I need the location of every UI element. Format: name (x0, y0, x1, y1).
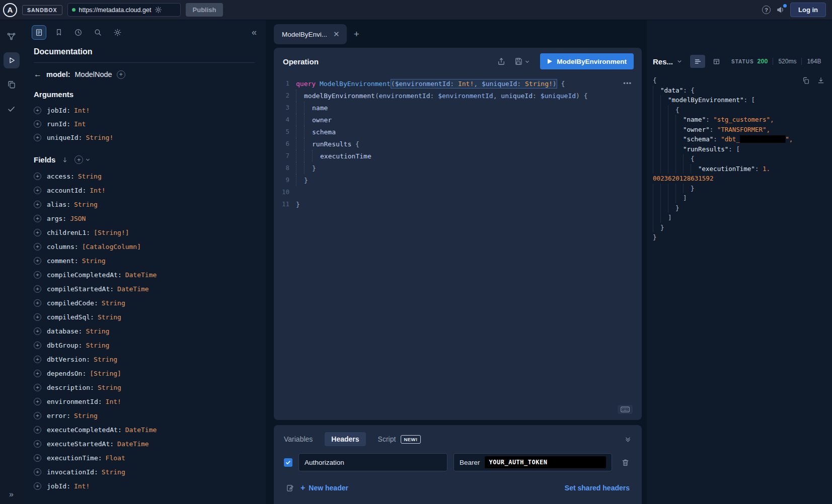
collapse-request-panel-icon[interactable] (624, 436, 632, 443)
new-header-button[interactable]: + New header (300, 483, 348, 492)
add-to-query-icon[interactable]: + (34, 299, 41, 307)
doc-field-row[interactable]: +access:String (34, 169, 255, 183)
add-to-query-icon[interactable]: + (34, 468, 41, 476)
endpoint-settings-gear-icon[interactable] (155, 6, 162, 14)
field-type[interactable]: String (82, 257, 106, 265)
doc-field-row[interactable]: +executeCompletedAt:DateTime (34, 423, 255, 437)
bulk-edit-icon[interactable] (286, 484, 294, 492)
login-button[interactable]: Log in (790, 3, 826, 17)
collapse-doc-panel-icon[interactable]: « (252, 27, 257, 38)
doc-field-row[interactable]: +compiledSql:String (34, 310, 255, 324)
add-to-query-icon[interactable]: + (34, 313, 41, 321)
operation-tab[interactable]: ModelByEnvi... ✕ (274, 24, 347, 44)
back-arrow-icon[interactable]: ← (34, 70, 42, 79)
tab-script[interactable]: Script (378, 435, 396, 443)
field-type[interactable]: Float (106, 454, 125, 462)
nav-collections-icon[interactable] (4, 76, 20, 93)
documentation-tab-button[interactable] (32, 25, 46, 40)
search-button[interactable] (91, 25, 105, 40)
doc-field-row[interactable]: +childrenL1:[String!] (34, 225, 255, 239)
field-type[interactable]: DateTime (117, 440, 149, 448)
add-to-query-icon[interactable]: + (34, 201, 41, 208)
add-to-query-icon[interactable]: + (34, 215, 41, 222)
tab-variables[interactable]: Variables (284, 435, 313, 443)
add-to-query-icon[interactable]: + (34, 285, 41, 293)
doc-field-row[interactable]: +dbtGroup:String (34, 338, 255, 352)
publish-button[interactable]: Publish (186, 3, 223, 17)
query-editor[interactable]: 1query ModelByEnvironment($environmentId… (274, 73, 642, 420)
doc-argument-row[interactable]: +jobId:Int! (34, 104, 255, 117)
add-to-query-icon[interactable]: + (34, 426, 41, 434)
doc-field-row[interactable]: +description:String (34, 380, 255, 394)
doc-field-row[interactable]: +dbtVersion:String (34, 352, 255, 366)
help-icon[interactable]: ? (762, 6, 771, 14)
nav-schema-icon[interactable] (4, 28, 20, 44)
announcements-megaphone-icon[interactable] (776, 5, 785, 15)
add-to-query-icon[interactable]: + (34, 229, 41, 236)
field-type[interactable]: String (78, 173, 102, 180)
history-button[interactable] (71, 25, 86, 40)
response-chevron-down-icon[interactable] (676, 58, 683, 64)
field-type[interactable]: Int! (74, 482, 90, 490)
delete-header-icon[interactable] (621, 458, 630, 467)
field-type[interactable]: Int (74, 120, 86, 128)
saved-collections-button[interactable] (51, 25, 66, 40)
field-type[interactable]: Int! (106, 398, 121, 405)
add-to-query-icon[interactable]: + (34, 134, 41, 141)
expand-rail-icon[interactable]: » (0, 490, 23, 499)
endpoint-url-input[interactable]: https://metadata.cloud.get (67, 3, 181, 17)
field-type[interactable]: String (98, 384, 121, 391)
add-to-query-icon[interactable]: + (34, 356, 41, 363)
field-type[interactable]: Int! (90, 187, 105, 194)
download-response-icon[interactable] (817, 76, 825, 85)
add-fields-plus-icon[interactable]: + (74, 155, 83, 164)
add-to-query-icon[interactable]: + (34, 440, 41, 448)
add-to-query-icon[interactable]: + (34, 173, 41, 180)
run-operation-button[interactable]: ModelByEnvironment (540, 53, 634, 69)
add-to-query-icon[interactable]: + (34, 107, 41, 114)
add-to-query-icon[interactable]: + (34, 482, 41, 490)
field-type[interactable]: String (86, 342, 109, 349)
field-type[interactable]: Int! (74, 107, 90, 114)
response-title-dropdown[interactable]: Res... (653, 57, 673, 66)
field-type[interactable]: JSON (70, 215, 86, 222)
add-to-query-icon[interactable]: + (34, 342, 41, 349)
field-type[interactable]: [String!] (94, 229, 129, 236)
field-type[interactable]: [String] (90, 370, 121, 377)
apollo-logo[interactable]: A (3, 3, 17, 17)
doc-field-row[interactable]: +comment:String (34, 254, 255, 268)
field-type[interactable]: DateTime (117, 285, 149, 293)
doc-argument-row[interactable]: +runId:Int (34, 117, 255, 131)
doc-field-row[interactable]: +jobId:Int! (34, 479, 255, 493)
sort-fields-icon[interactable] (61, 156, 68, 163)
add-to-query-icon[interactable]: + (34, 187, 41, 194)
doc-field-row[interactable]: +accountId:Int! (34, 183, 255, 197)
doc-field-row[interactable]: +invocationId:String (34, 465, 255, 479)
header-value-input[interactable]: Bearer YOUR_AUTH_TOKEN (453, 453, 612, 471)
close-tab-icon[interactable]: ✕ (333, 30, 340, 39)
doc-field-row[interactable]: +args:JSON (34, 211, 255, 225)
doc-field-row[interactable]: +executeStartedAt:DateTime (34, 437, 255, 451)
doc-field-row[interactable]: +dependsOn:[String] (34, 366, 255, 380)
tab-headers[interactable]: Headers (325, 432, 365, 446)
set-shared-headers-button[interactable]: Set shared headers (565, 484, 630, 492)
add-to-query-icon[interactable]: + (34, 370, 41, 377)
add-to-query-icon[interactable]: + (34, 398, 41, 405)
doc-field-row[interactable]: +columns:[CatalogColumn] (34, 239, 255, 254)
field-type[interactable]: String (86, 327, 109, 335)
add-to-query-icon[interactable]: + (34, 243, 41, 250)
nav-checks-icon[interactable] (4, 101, 20, 117)
field-type[interactable]: DateTime (125, 426, 157, 434)
fields-chevron-down-icon[interactable] (85, 157, 91, 162)
doc-field-row[interactable]: +compileCompletedAt:DateTime (34, 268, 255, 282)
line-overflow-menu-icon[interactable]: ••• (623, 79, 632, 87)
doc-field-row[interactable]: +environmentId:Int! (34, 394, 255, 408)
doc-field-row[interactable]: +executionTime:Float (34, 451, 255, 465)
field-type[interactable]: String! (86, 134, 113, 141)
formatted-view-button[interactable] (690, 55, 705, 68)
doc-argument-row[interactable]: +uniqueId:String! (34, 131, 255, 144)
header-enabled-checkbox[interactable] (284, 458, 292, 467)
table-view-button[interactable] (709, 55, 724, 68)
field-type[interactable]: String (102, 299, 125, 307)
field-type[interactable]: String (102, 468, 125, 476)
